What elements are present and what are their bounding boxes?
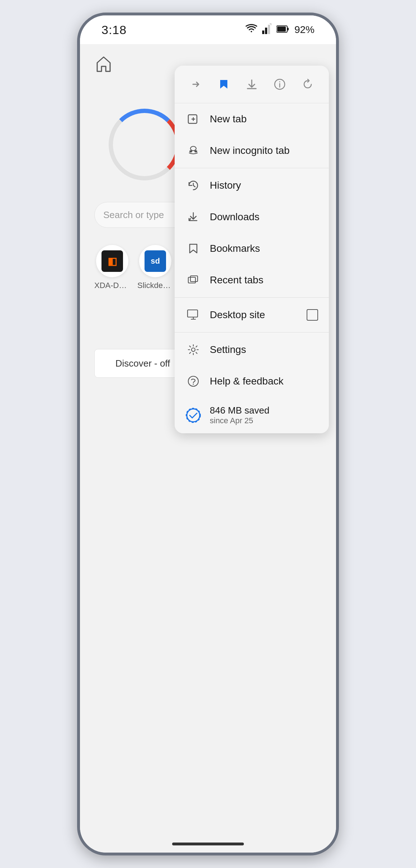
incognito-label: New incognito tab (210, 145, 318, 156)
history-icon (185, 178, 201, 193)
google-logo (109, 109, 180, 180)
status-icons: 92% (246, 23, 315, 37)
divider-1 (175, 168, 329, 168)
recent-tabs-label: Recent tabs (210, 274, 318, 286)
xda-icon: ◧ (101, 250, 123, 272)
new-tab-label: New tab (210, 113, 318, 125)
svg-rect-5 (277, 27, 286, 32)
search-bar[interactable]: Search or type (94, 202, 188, 228)
discover-off-label: Discover - off (115, 358, 170, 369)
svg-point-11 (189, 150, 192, 152)
bookmark-button[interactable] (214, 75, 233, 94)
forward-button[interactable] (186, 75, 205, 94)
menu-item-recent-tabs[interactable]: Recent tabs (175, 264, 329, 296)
svg-point-18 (193, 384, 194, 385)
help-label: Help & feedback (210, 376, 318, 387)
svg-point-16 (192, 348, 195, 352)
menu-item-help[interactable]: Help & feedback (175, 365, 329, 397)
desktop-site-label: Desktop site (210, 309, 298, 321)
signal-icon (262, 23, 271, 37)
menu-item-new-tab[interactable]: New tab (175, 103, 329, 135)
svg-rect-6 (287, 28, 289, 30)
bookmarks-label: Bookmarks (210, 243, 318, 254)
new-tab-icon (185, 111, 201, 127)
menu-item-bookmarks[interactable]: Bookmarks (175, 233, 329, 264)
savings-row: 846 MB saved since Apr 25 (175, 397, 329, 433)
divider-3 (175, 332, 329, 332)
savings-main: 846 MB saved (210, 405, 269, 416)
dropdown-menu: New tab New incognito tab (175, 66, 329, 433)
browser-background: Search or type ◧ XDA-Develo... sd Slickd… (80, 44, 336, 853)
svg-rect-14 (190, 276, 198, 282)
desktop-site-checkbox[interactable] (307, 309, 318, 321)
settings-label: Settings (210, 344, 318, 355)
home-icon[interactable] (94, 55, 113, 75)
svg-point-19 (187, 409, 200, 422)
savings-icon (185, 407, 201, 423)
settings-icon (185, 342, 201, 358)
menu-item-history[interactable]: History (175, 170, 329, 201)
shortcut-xda-label: XDA-Develo... (94, 281, 130, 290)
svg-rect-2 (268, 25, 270, 34)
menu-item-settings[interactable]: Settings (175, 334, 329, 365)
svg-point-12 (194, 150, 197, 152)
svg-rect-0 (262, 30, 264, 34)
battery-percent: 92% (294, 24, 315, 36)
svg-point-10 (190, 146, 196, 151)
shortcuts-row: ◧ XDA-Develo... sd Slickdeals: ... (94, 245, 173, 290)
help-icon (185, 373, 201, 389)
menu-toolbar (175, 66, 329, 103)
info-button[interactable] (270, 75, 289, 94)
svg-rect-13 (188, 277, 195, 283)
battery-icon (276, 24, 289, 36)
desktop-icon (185, 307, 201, 323)
history-label: History (210, 180, 318, 191)
menu-item-desktop-site[interactable]: Desktop site (175, 299, 329, 331)
shortcut-sd-label: Slickdeals: ... (137, 281, 173, 290)
status-time: 3:18 (101, 23, 127, 37)
wifi-icon (246, 24, 257, 36)
svg-point-17 (188, 376, 198, 386)
bookmarks-icon (185, 241, 201, 256)
download-button[interactable] (242, 75, 261, 94)
svg-rect-15 (188, 310, 198, 317)
shortcut-slickdeals[interactable]: sd Slickdeals: ... (137, 245, 173, 290)
downloads-label: Downloads (210, 211, 318, 223)
recent-tabs-icon (185, 272, 201, 288)
svg-point-20 (186, 408, 200, 423)
menu-item-downloads[interactable]: Downloads (175, 201, 329, 233)
status-bar: 3:18 (80, 15, 336, 44)
incognito-icon (185, 143, 201, 159)
search-bar-placeholder: Search or type (103, 209, 164, 221)
svg-point-8 (279, 81, 280, 82)
home-indicator (172, 843, 244, 845)
sd-icon: sd (145, 250, 166, 272)
downloads-icon (185, 209, 201, 225)
savings-sub: since Apr 25 (210, 416, 269, 425)
svg-rect-1 (265, 28, 267, 34)
savings-text: 846 MB saved since Apr 25 (210, 405, 269, 425)
divider-2 (175, 297, 329, 298)
shortcut-xda[interactable]: ◧ XDA-Develo... (94, 245, 130, 290)
refresh-button[interactable] (298, 75, 317, 94)
menu-item-incognito[interactable]: New incognito tab (175, 135, 329, 166)
